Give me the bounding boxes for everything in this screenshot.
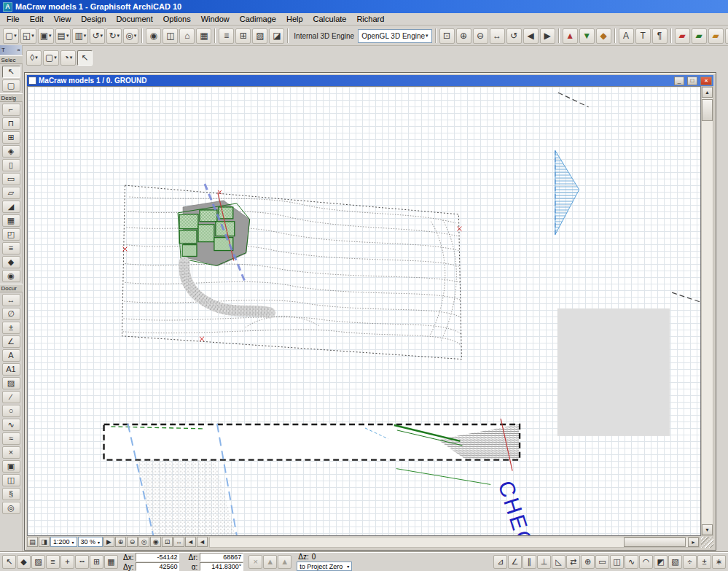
horizontal-scroll-thumb[interactable]: [624, 537, 686, 547]
fill-tool[interactable]: ▨: [2, 377, 20, 389]
roof-tool[interactable]: ◢: [2, 201, 20, 213]
menu-item[interactable]: Calculate: [308, 14, 352, 24]
internal-3d-engine-button[interactable]: Internal 3D Engine: [291, 28, 356, 44]
mesh-tool[interactable]: ▦: [2, 214, 20, 227]
menu-item[interactable]: Window: [196, 14, 235, 24]
zoom-step-button[interactable]: ▶: [103, 537, 114, 547]
pan-button[interactable]: ↔: [173, 537, 184, 547]
pen-sets-button[interactable]: ▨: [252, 28, 267, 44]
intersect-icon[interactable]: ÷: [683, 555, 697, 569]
fit-in-window-button[interactable]: ⊡: [162, 537, 173, 547]
zoom-out-button[interactable]: ◉: [150, 537, 161, 547]
increase-zoom-button[interactable]: ⊕: [115, 537, 126, 547]
trim-icon[interactable]: ◫: [610, 555, 624, 569]
angle-dimension-tool[interactable]: ∠: [2, 335, 20, 348]
composite-icon[interactable]: ▦: [104, 555, 118, 569]
line-type-icon[interactable]: ┅: [75, 555, 89, 569]
close-button[interactable]: ×: [700, 77, 712, 85]
line-tool[interactable]: ∕: [2, 391, 20, 403]
slab-tool[interactable]: ▱: [2, 187, 20, 199]
new-file-button[interactable]: ▢ ▾: [3, 28, 19, 44]
split-icon[interactable]: ◩: [654, 555, 668, 569]
drawing-canvas[interactable]: CHEC: [27, 86, 701, 536]
find-select-button[interactable]: ◎ ▾: [123, 28, 138, 44]
perpendicular-constraint-icon[interactable]: ⊥: [537, 555, 551, 569]
dr-value[interactable]: 68867: [200, 553, 243, 562]
pen-preview-icon[interactable]: ◨: [39, 537, 50, 547]
offset-constraint-icon[interactable]: ⇄: [566, 555, 580, 569]
redo-button[interactable]: ↻ ▾: [106, 28, 122, 44]
zoom-out-button[interactable]: ⊖: [473, 28, 488, 44]
hotspot-tool[interactable]: ×: [2, 446, 20, 459]
horizontal-scrollbar[interactable]: ►: [209, 537, 700, 548]
beam-tool[interactable]: ▭: [2, 173, 20, 185]
section-window-button[interactable]: ◫: [163, 28, 178, 44]
text-tool[interactable]: A: [2, 349, 20, 362]
zoom-select[interactable]: 30 % ▾: [78, 537, 103, 547]
guide-lines-icon[interactable]: ∠: [508, 555, 522, 569]
spell-check-button[interactable]: T: [635, 28, 651, 44]
spline-edit-icon[interactable]: ∿: [625, 555, 638, 569]
alpha-value[interactable]: 141.8300°: [200, 562, 243, 571]
grid-snap-icon[interactable]: ⊞: [90, 555, 103, 569]
vertical-scrollbar[interactable]: ▲ ▼: [701, 86, 713, 536]
menu-item[interactable]: Help: [281, 14, 308, 24]
parallel-constraint-icon[interactable]: ∥: [522, 555, 536, 569]
window-tool[interactable]: ⊞: [2, 131, 20, 144]
text-style-button[interactable]: A: [619, 28, 634, 44]
publish-button[interactable]: ▰: [708, 28, 724, 44]
stair-tool[interactable]: ≡: [2, 242, 20, 255]
review-button[interactable]: ▰: [692, 28, 707, 44]
resize-grip[interactable]: [701, 537, 713, 548]
skylight-tool[interactable]: ◈: [2, 145, 20, 158]
circle-tool[interactable]: ○: [2, 405, 20, 417]
zoom-in-button[interactable]: ⊕: [456, 28, 471, 44]
dx-value[interactable]: -54142: [136, 553, 179, 562]
polyline-tool[interactable]: ∿: [2, 419, 20, 431]
level-dimension-tool[interactable]: ±: [2, 322, 20, 334]
pen-color-icon[interactable]: ◆: [17, 555, 31, 569]
save-button[interactable]: ▣ ▾: [38, 28, 54, 44]
gravity-icon[interactable]: ⊕: [581, 555, 595, 569]
menu-item[interactable]: Cadimage: [235, 14, 281, 24]
door-tool[interactable]: ⊓: [2, 117, 20, 130]
undo-button[interactable]: ↺ ▾: [90, 28, 105, 44]
menu-item[interactable]: Options: [158, 14, 196, 24]
scroll-down-icon[interactable]: ▼: [702, 524, 713, 535]
label-tool[interactable]: A1: [2, 363, 20, 376]
scale-button[interactable]: ⊞: [235, 28, 251, 44]
spline-tool[interactable]: ≈: [2, 432, 20, 445]
dimension-tool[interactable]: ↔: [2, 294, 20, 306]
radial-dimension-tool[interactable]: ∅: [2, 308, 20, 320]
teamwork-send-button[interactable]: ▲: [563, 28, 578, 44]
transform-combo[interactable]: ◔ ▾: [60, 50, 76, 66]
wall-tool[interactable]: ⌐: [2, 104, 20, 116]
zoom-in-button[interactable]: ◎: [138, 537, 149, 547]
teamwork-receive-button[interactable]: ▼: [579, 28, 595, 44]
scroll-right-icon[interactable]: ►: [688, 537, 699, 547]
project-notes-button[interactable]: ¶: [652, 28, 668, 44]
arrow-info-icon[interactable]: ↖: [2, 555, 16, 569]
orbit-button[interactable]: ↺: [506, 28, 522, 44]
previous-view-button[interactable]: ◀: [523, 28, 539, 44]
resize-icon[interactable]: ±: [697, 555, 711, 569]
section-tool[interactable]: §: [2, 488, 20, 500]
plus-icon[interactable]: +: [60, 555, 74, 569]
origin-select[interactable]: to Project Zero ▾: [297, 562, 352, 571]
layers-button[interactable]: ≡: [219, 28, 234, 44]
markup-tools-button[interactable]: ▰: [675, 28, 690, 44]
organizer-button[interactable]: ▰: [725, 28, 728, 44]
open-file-button[interactable]: ◱ ▾: [20, 28, 36, 44]
arc-edit-icon[interactable]: ◠: [639, 555, 653, 569]
adjust-icon[interactable]: ▧: [668, 555, 682, 569]
figure-tool[interactable]: ▣: [2, 460, 20, 473]
opengl-3d-engine-select[interactable]: OpenGL 3D Engine ▾: [358, 29, 431, 43]
object-tool[interactable]: ◆: [2, 256, 20, 268]
pan-button[interactable]: ↔: [490, 28, 505, 44]
close-icon[interactable]: ×: [17, 47, 20, 53]
menu-item[interactable]: Design: [76, 14, 111, 24]
dy-value[interactable]: 42560: [136, 562, 179, 571]
3d-window-button[interactable]: ◉: [146, 28, 161, 44]
next-zoom-button[interactable]: ◄: [197, 537, 208, 547]
decrease-zoom-button[interactable]: ⊖: [127, 537, 138, 547]
